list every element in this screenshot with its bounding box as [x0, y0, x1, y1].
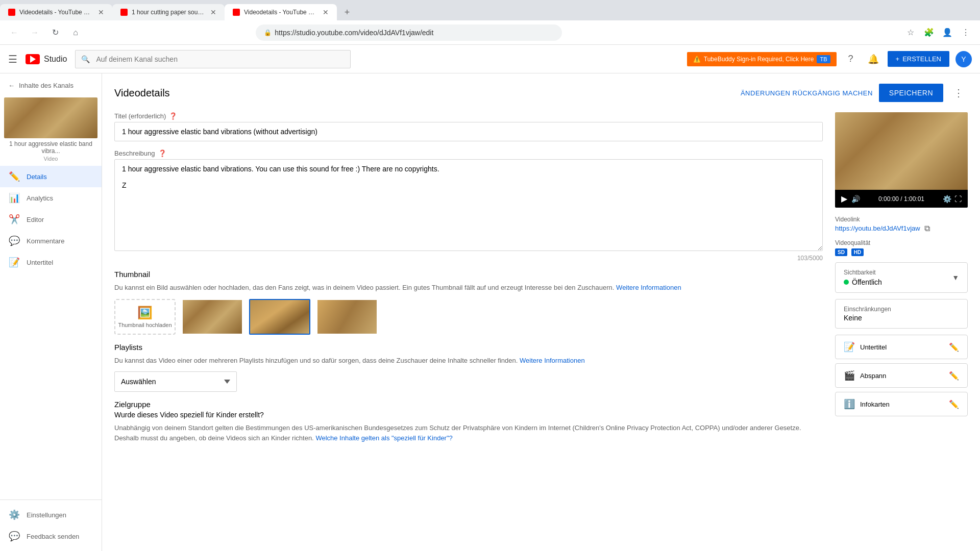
forward-button[interactable]: → — [27, 24, 43, 41]
zielgruppe-group: Zielgruppe Wurde dieses Video speziell f… — [114, 400, 823, 443]
home-button[interactable]: ⌂ — [67, 24, 84, 41]
fullscreen-button[interactable]: ⛶ — [954, 195, 962, 203]
thumb-2-img — [250, 300, 309, 334]
tab-1-close[interactable]: ✕ — [98, 8, 104, 16]
tab-2[interactable]: 1 hour cutting paper sound (wi... ✕ — [112, 4, 225, 20]
video-title-sidebar: 1 hour aggressive elastic band vibra... — [4, 140, 97, 155]
nav-right: ☆ 🧩 👤 ⋮ — [902, 24, 974, 41]
sidebar-item-kommentare[interactable]: 💬 Kommentare — [0, 230, 102, 252]
new-tab-button[interactable]: + — [339, 4, 355, 20]
quality-badges: SD HD — [835, 247, 968, 256]
infokarten-panel-edit-icon[interactable]: ✏️ — [949, 399, 959, 409]
restriction-value: Keine — [844, 314, 959, 322]
save-button[interactable]: SPEICHERN — [879, 84, 943, 102]
header-actions: ÄNDERUNGEN RÜCKGÄNGIG MACHEN SPEICHERN ⋮ — [741, 84, 968, 102]
videolink-url[interactable]: https://youtu.be/dJdAVf1vjaw — [835, 224, 920, 232]
description-group: Beschreibung ❓ 1 hour aggressive elastic… — [114, 149, 823, 262]
page-title: Videodetails — [114, 87, 170, 99]
abspann-panel-label: Abspann — [860, 372, 886, 380]
tab-1[interactable]: Videodetails - YouTube Studio ✕ — [0, 4, 112, 20]
description-label: Beschreibung ❓ — [114, 149, 823, 157]
sidebar-bottom: ⚙️ Einstellungen 💬 Feedback senden — [0, 499, 102, 547]
visibility-dot — [844, 280, 849, 285]
yt-logo[interactable]: Studio — [26, 54, 67, 64]
sidebar-item-editor[interactable]: ✂️ Editor — [0, 209, 102, 230]
thumbnail-option-1[interactable] — [182, 299, 243, 335]
undo-button[interactable]: ÄNDERUNGEN RÜCKGÄNGIG MACHEN — [741, 89, 873, 97]
sidebar-item-analytics[interactable]: 📊 Analytics — [0, 187, 102, 209]
page-header: Videodetails ÄNDERUNGEN RÜCKGÄNGIG MACHE… — [114, 84, 968, 102]
untertitel-label: Untertitel — [27, 259, 53, 266]
infokarten-panel[interactable]: ℹ️ Infokarten ✏️ — [835, 392, 968, 416]
volume-button[interactable]: 🔊 — [851, 195, 860, 203]
abspann-panel-edit-icon[interactable]: ✏️ — [949, 371, 959, 381]
menu-icon[interactable]: ☰ — [8, 53, 17, 65]
main-content: Videodetails ÄNDERUNGEN RÜCKGÄNGIG MACHE… — [102, 73, 980, 551]
playlists-select[interactable]: Auswählen — [114, 371, 237, 392]
more-options-icon[interactable]: ⋮ — [958, 24, 974, 41]
thumbnail-link[interactable]: Weitere Informationen — [616, 284, 681, 291]
erstellen-button[interactable]: + ERSTELLEN — [888, 51, 949, 67]
thumbnail-upload-button[interactable]: 🖼️ Thumbnail hochladen — [114, 299, 176, 335]
playlists-link[interactable]: Weitere Informationen — [520, 357, 585, 364]
settings-button[interactable]: ⚙️ — [943, 195, 951, 203]
infokarten-panel-left: ℹ️ Infokarten — [844, 398, 890, 410]
thumb-3-img — [317, 300, 377, 334]
copy-icon[interactable]: ⧉ — [924, 224, 930, 233]
video-thumbnail-preview — [835, 112, 968, 190]
sidebar-item-untertitel[interactable]: 📝 Untertitel — [0, 252, 102, 273]
restriction-box: Einschränkungen Keine — [835, 299, 968, 329]
profile-icon[interactable]: 👤 — [939, 24, 955, 41]
help-icon[interactable]: ? — [843, 51, 859, 67]
thumbnail-title: Thumbnail — [114, 270, 823, 279]
thumbnail-option-3[interactable] — [316, 299, 378, 335]
sidebar-back-label: Inhalte des Kanals — [19, 82, 74, 89]
thumb-1-img — [183, 300, 242, 334]
zielgruppe-link[interactable]: Welche Inhalte gelten als "speziell für … — [315, 434, 452, 442]
thumbnail-desc: Du kannst ein Bild auswählen oder hochla… — [114, 283, 823, 293]
playlists-desc: Du kannst das Video einer oder mehreren … — [114, 356, 823, 366]
tubebuddy-button[interactable]: ⚠️ TubeBuddy Sign-in Required, Click Her… — [687, 52, 837, 66]
extensions-icon[interactable]: 🧩 — [921, 24, 937, 41]
tab-3-favicon — [233, 9, 240, 16]
yt-search[interactable] — [75, 50, 351, 68]
feedback-icon: 💬 — [8, 531, 20, 542]
tab-2-close[interactable]: ✕ — [210, 8, 216, 16]
reload-button[interactable]: ↻ — [47, 24, 63, 41]
sidebar-item-details[interactable]: ✏️ Details — [0, 166, 102, 187]
einstellungen-icon: ⚙️ — [8, 509, 20, 520]
erstellen-label: ERSTELLEN — [902, 55, 941, 63]
description-help-icon[interactable]: ❓ — [158, 149, 166, 157]
infokarten-panel-label: Infokarten — [860, 400, 890, 408]
left-column: Titel (erforderlich) ❓ Beschreibung ❓ 1 … — [114, 112, 823, 451]
play-button[interactable]: ▶ — [841, 194, 847, 204]
yt-main: ← Inhalte des Kanals 1 hour aggressive e… — [0, 73, 980, 551]
tab-3[interactable]: Videodetails - YouTube Studio ✕ — [225, 4, 337, 20]
search-input[interactable] — [75, 50, 351, 68]
bookmark-icon[interactable]: ☆ — [902, 24, 919, 41]
tab-3-close[interactable]: ✕ — [323, 8, 329, 16]
video-label-sidebar: Video — [4, 156, 97, 162]
title-input[interactable] — [114, 122, 823, 141]
untertitel-panel[interactable]: 📝 Untertitel ✏️ — [835, 335, 968, 359]
editor-label: Editor — [27, 216, 44, 223]
details-icon: ✏️ — [8, 171, 20, 182]
tab-3-title: Videodetails - YouTube Studio — [244, 9, 318, 16]
title-help-icon[interactable]: ❓ — [169, 112, 177, 120]
notifications-icon[interactable]: 🔔 — [865, 51, 881, 67]
thumbnail-option-2[interactable] — [249, 299, 310, 335]
more-options-button[interactable]: ⋮ — [949, 84, 968, 102]
yt-header: ☰ Studio ⚠️ TubeBuddy Sign-in Required, … — [0, 45, 980, 73]
user-avatar[interactable]: Y — [955, 51, 972, 67]
address-bar[interactable]: 🔒 https://studio.youtube.com/video/dJdAV… — [256, 24, 562, 41]
sidebar-item-einstellungen[interactable]: ⚙️ Einstellungen — [0, 504, 102, 525]
header-right: ⚠️ TubeBuddy Sign-in Required, Click Her… — [687, 51, 972, 67]
back-button[interactable]: ← — [6, 24, 22, 41]
untertitel-panel-edit-icon[interactable]: ✏️ — [949, 342, 959, 352]
sidebar-back-button[interactable]: ← Inhalte des Kanals — [0, 78, 102, 93]
playlists-group: Playlists Du kannst das Video einer oder… — [114, 343, 823, 392]
visibility-box[interactable]: Sichtbarkeit Öffentlich ▼ — [835, 262, 968, 293]
abspann-panel[interactable]: 🎬 Abspann ✏️ — [835, 363, 968, 388]
sidebar-item-feedback[interactable]: 💬 Feedback senden — [0, 525, 102, 547]
description-input[interactable]: 1 hour aggressive elastic band vibration… — [114, 159, 823, 251]
